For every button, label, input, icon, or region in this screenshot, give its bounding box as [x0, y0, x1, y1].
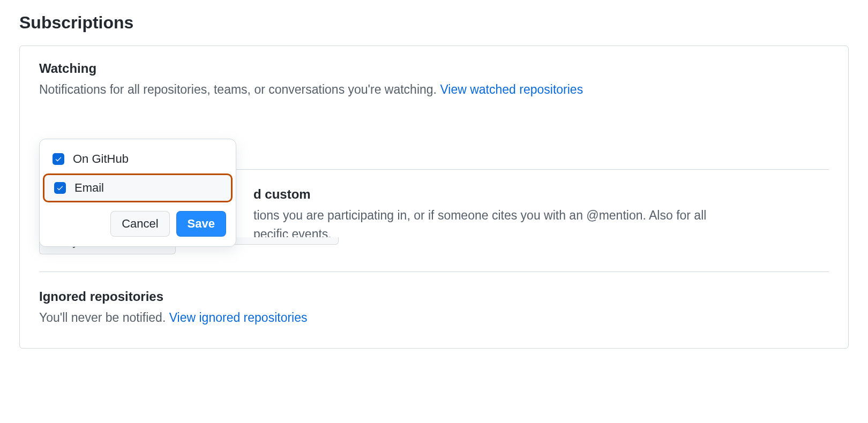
- participating-title-partial: d custom: [253, 187, 829, 202]
- page-title: Subscriptions: [19, 13, 849, 33]
- view-ignored-repos-link[interactable]: View ignored repositories: [169, 311, 308, 324]
- view-watched-repos-link[interactable]: View watched repositories: [440, 82, 583, 96]
- popup-actions: Cancel Save: [40, 202, 236, 237]
- ignored-desc-text: You'll never be notified.: [39, 311, 169, 324]
- ignored-description: You'll never be notified. View ignored r…: [39, 308, 829, 327]
- participating-line1: tions you are participating in, or if so…: [253, 208, 706, 222]
- watching-desc-text: Notifications for all repositories, team…: [39, 82, 440, 96]
- subscriptions-panel: Watching Notifications for all repositor…: [19, 46, 849, 349]
- watching-description: Notifications for all repositories, team…: [39, 80, 829, 99]
- option-label: Email: [74, 181, 104, 195]
- watching-title: Watching: [39, 61, 829, 76]
- ignored-title: Ignored repositories: [39, 289, 829, 304]
- checkbox-checked-icon[interactable]: [54, 182, 66, 194]
- notify-options-popup: On GitHub Email Cancel Save: [39, 139, 236, 247]
- option-on-github[interactable]: On GitHub: [40, 145, 236, 173]
- divider: [39, 271, 829, 272]
- cancel-button[interactable]: Cancel: [110, 211, 169, 237]
- save-button[interactable]: Save: [176, 211, 226, 237]
- option-email[interactable]: Email: [43, 173, 233, 202]
- checkbox-checked-icon[interactable]: [53, 153, 64, 165]
- ignored-section: Ignored repositories You'll never be not…: [39, 289, 829, 327]
- option-label: On GitHub: [73, 152, 129, 166]
